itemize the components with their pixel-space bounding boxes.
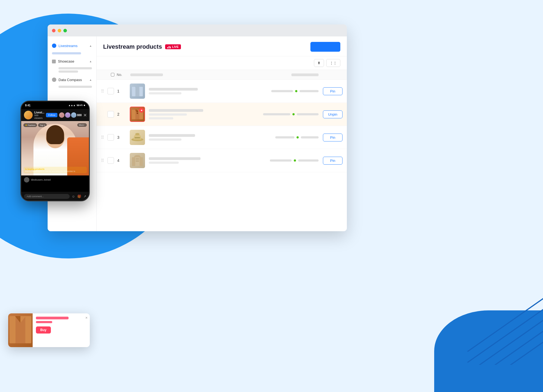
live-badge-text: LIVE — [172, 45, 178, 48]
svg-rect-25 — [10, 316, 16, 343]
status-dot-2 — [292, 113, 295, 115]
status-dot-1 — [295, 90, 297, 92]
select-all-checkbox[interactable] — [109, 73, 117, 76]
showcase-icon — [52, 60, 56, 63]
buying-text: is buying products — [25, 168, 85, 170]
gift-icon[interactable]: 🎁 — [77, 195, 81, 198]
table-row-4: ⠿ 4 — [97, 149, 347, 172]
gift-avatar-2 — [65, 112, 70, 118]
traffic-light-red[interactable] — [52, 29, 55, 32]
person-hair — [46, 125, 64, 144]
streamer-avatar — [24, 111, 33, 119]
sidebar-item-data-compass[interactable]: Data Compass ▲ — [48, 75, 96, 85]
status-bar-1 — [300, 90, 319, 92]
status-bar-4 — [298, 159, 319, 162]
product-name-bar-4 — [149, 157, 200, 160]
sidebar-showcase-sub1 — [58, 67, 92, 69]
comment-input-field[interactable]: Add comment... — [24, 194, 70, 199]
buying-sub-text: brands and followers in real life and br… — [25, 170, 85, 172]
row-number-1: 1 — [117, 89, 125, 93]
number-header: No. — [117, 73, 130, 77]
fashion-label: Fashion — [28, 124, 35, 126]
sidebar-compass-sub1 — [58, 86, 92, 88]
jacket-svg — [130, 84, 145, 99]
browser-titlebar — [48, 24, 347, 36]
follow-button[interactable]: Follow — [46, 113, 57, 117]
fashion-tag: ★ Fashion — [23, 123, 37, 127]
table-row: ⠿ 1 — [97, 80, 347, 103]
drag-handle-4[interactable]: ⠿ — [101, 158, 106, 163]
close-stream-button[interactable]: ✕ — [83, 113, 87, 118]
header-action-button[interactable] — [310, 42, 340, 52]
browser-content: Livestreams ▲ Showcase ▲ Data Compass ▲ — [48, 36, 347, 231]
product-card-close-button[interactable]: × — [85, 316, 88, 320]
product-header-area — [130, 73, 264, 76]
traffic-light-green[interactable] — [63, 29, 67, 32]
emoji-icon[interactable]: ☺ — [72, 195, 75, 198]
svg-point-14 — [135, 133, 140, 135]
sort-button[interactable]: ⬆ — [314, 59, 324, 67]
filter-button[interactable]: ⋮⋮ — [326, 59, 340, 67]
product-card-price-bar — [36, 321, 52, 323]
pin-button-4[interactable]: Pin — [323, 157, 343, 165]
drag-handle-3[interactable]: ⠿ — [101, 135, 106, 140]
pin-star-icon: ★ — [139, 108, 144, 113]
live-bar-2 — [169, 46, 169, 48]
product-info-3 — [149, 134, 275, 141]
svg-rect-9 — [132, 110, 135, 119]
browser-window: Livestreams ▲ Showcase ▲ Data Compass ▲ — [48, 24, 347, 231]
phone-mockup: 9:41 ▲▲▲ Wi-Fi ■ Livest... 999 viewers F… — [20, 101, 90, 201]
unpin-button-2[interactable]: Unpin — [323, 110, 343, 118]
toolbar-area: ⬆ ⋮⋮ — [97, 56, 347, 70]
page-title-area: Livestream products LIVE — [103, 43, 181, 50]
battery-icon: ■ — [84, 104, 85, 107]
row-checkbox-2[interactable] — [107, 111, 114, 118]
sidebar-data-compass-label: Data Compass — [58, 78, 82, 82]
table-row-3: ⠿ 3 — [97, 126, 347, 149]
product-header-bar — [130, 73, 163, 76]
row-checkbox-3[interactable] — [107, 134, 114, 141]
fashion-star-icon: ★ — [25, 124, 27, 126]
product-name-bar-1 — [149, 88, 198, 91]
wifi-icon: Wi-Fi — [77, 104, 83, 107]
phone-comments: tiktokusers Joined — [21, 175, 89, 192]
buy-button[interactable]: Buy — [36, 326, 51, 334]
main-content: Livestream products LIVE ⬆ — [97, 36, 347, 231]
row-checkbox-4[interactable] — [107, 157, 114, 164]
svg-rect-4 — [140, 87, 143, 96]
sweater-svg — [130, 153, 145, 168]
live-badge-bars — [167, 45, 171, 48]
sidebar-item-livestreams[interactable]: Livestreams ▲ — [48, 41, 96, 51]
product-name-bar-2 — [149, 109, 203, 112]
product-image-3 — [130, 130, 145, 145]
share-icon[interactable]: ↗ — [84, 195, 86, 198]
page-title: Livestream products — [103, 43, 162, 50]
meta-header-area — [264, 73, 319, 76]
status-dot-4 — [294, 159, 296, 162]
meta-bar-2 — [263, 113, 290, 115]
pin-button-1[interactable]: Pin — [323, 87, 343, 95]
livestreams-chevron: ▲ — [89, 44, 92, 47]
product-card-name-bar — [36, 317, 69, 319]
svg-point-12 — [137, 113, 138, 114]
sidebar-livestreams-sub — [52, 52, 81, 54]
drag-handle-1[interactable]: ⠿ — [101, 89, 106, 94]
product-card-image — [8, 313, 33, 347]
row-checkbox-1[interactable] — [107, 88, 114, 94]
product-card-popup: Buy × — [8, 313, 90, 347]
row-number-3: 3 — [117, 135, 125, 140]
product-info-4 — [149, 157, 270, 164]
data-compass-chevron: ▲ — [89, 78, 92, 81]
pin-button-3[interactable]: Pin — [323, 134, 343, 141]
product-sub-bar-3 — [149, 117, 173, 119]
streamer-name: Livest... — [34, 111, 44, 114]
hat-svg — [130, 130, 145, 145]
traffic-light-yellow[interactable] — [58, 29, 61, 32]
product-image-1 — [130, 84, 145, 99]
commenter-avatar — [24, 177, 29, 183]
more-button[interactable]: More › — [77, 123, 87, 127]
product-sub-bar-2 — [149, 113, 187, 116]
product-image-2: ★ — [130, 107, 145, 122]
comment-row-joined: tiktokusers Joined — [24, 177, 86, 183]
sidebar-item-showcase[interactable]: Showcase ▲ — [48, 57, 96, 66]
